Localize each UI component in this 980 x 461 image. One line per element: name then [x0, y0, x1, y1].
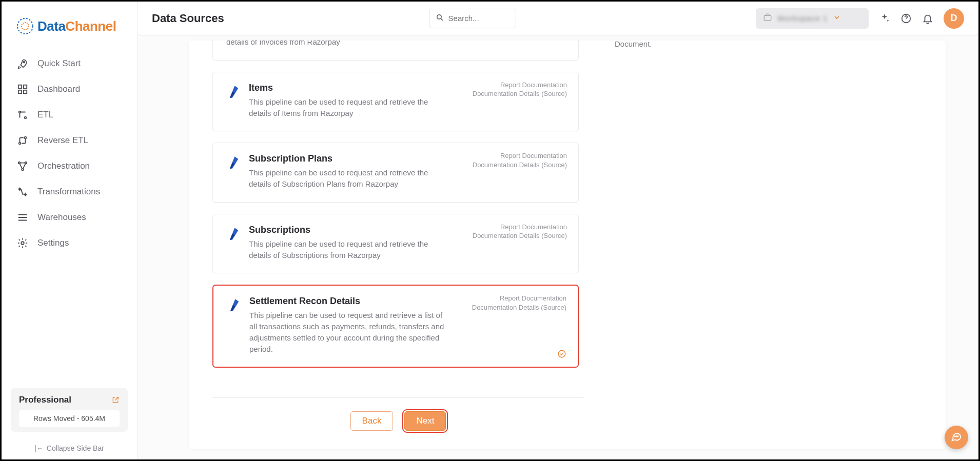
search-box[interactable] — [429, 9, 516, 28]
sidebar-item-quick-start[interactable]: Quick Start — [7, 51, 132, 76]
report-doc-link[interactable]: Report Documentation — [473, 151, 567, 161]
warehouse-icon — [17, 212, 28, 223]
pipeline-card-subscription-plans[interactable]: Subscription Plans This pipeline can be … — [212, 143, 579, 203]
chat-icon — [951, 431, 962, 444]
chevron-down-icon — [833, 13, 841, 23]
pipeline-card-settlement-recon[interactable]: Settlement Recon Details This pipeline c… — [212, 285, 579, 368]
back-button[interactable]: Back — [350, 411, 394, 431]
collapse-icon: |← — [34, 444, 44, 452]
svg-point-18 — [558, 351, 565, 358]
sidebar-item-label: Transformations — [37, 187, 100, 197]
sidebar-item-label: Warehouses — [37, 212, 86, 223]
svg-rect-6 — [24, 90, 27, 93]
search-icon — [436, 13, 444, 24]
pipeline-card[interactable]: details of Invoices from Razorpay — [212, 41, 579, 61]
svg-rect-4 — [24, 85, 27, 88]
report-doc-link[interactable]: Report Documentation — [473, 81, 567, 90]
collapse-label: Collapse Side Bar — [47, 444, 104, 452]
sidebar-item-label: ETL — [37, 110, 53, 120]
workspace-selector[interactable]: Workspace 1 — [756, 8, 869, 29]
sidebar-item-etl[interactable]: ETL — [7, 102, 132, 128]
reverse-etl-icon — [17, 135, 28, 146]
bell-icon[interactable] — [922, 13, 933, 24]
sparkle-icon[interactable] — [879, 13, 890, 24]
svg-point-0 — [17, 18, 33, 34]
chat-bubble[interactable] — [945, 426, 968, 449]
sidebar-item-reverse-etl[interactable]: Reverse ETL — [7, 128, 132, 153]
brand-text: DataChannel — [37, 18, 116, 34]
svg-point-12 — [25, 162, 27, 164]
sidebar-item-label: Quick Start — [37, 58, 81, 69]
topbar: Data Sources Workspace 1 D — [138, 2, 978, 35]
pipeline-card-items[interactable]: Items This pipeline can be used to reque… — [212, 72, 579, 132]
etl-icon — [17, 109, 28, 121]
svg-point-13 — [22, 169, 24, 171]
pipeline-desc: This pipeline can be used to request and… — [249, 96, 444, 119]
side-note: Document. — [599, 39, 946, 449]
pipeline-desc: This pipeline can be used to request and… — [249, 238, 444, 261]
external-link-icon[interactable] — [111, 396, 120, 404]
help-icon[interactable] — [900, 13, 912, 24]
sidebar: DataChannel Quick Start Dashboard ETL Re… — [2, 2, 138, 459]
transformations-icon — [17, 186, 28, 197]
sidebar-item-orchestration[interactable]: Orchestration — [7, 153, 132, 179]
sidebar-item-label: Orchestration — [37, 161, 90, 171]
plan-title: Professional — [19, 395, 71, 405]
razorpay-icon — [226, 85, 241, 99]
svg-point-1 — [22, 23, 29, 30]
svg-point-8 — [25, 117, 27, 119]
svg-rect-5 — [18, 90, 22, 93]
pipeline-list[interactable]: details of Invoices from Razorpay Items … — [212, 41, 584, 392]
brand-logo[interactable]: DataChannel — [2, 12, 137, 51]
user-avatar[interactable]: D — [944, 8, 964, 29]
svg-point-10 — [25, 137, 27, 139]
sidebar-item-label: Settings — [37, 238, 69, 248]
check-circle-icon — [557, 349, 566, 358]
sidebar-item-transformations[interactable]: Transformations — [7, 179, 132, 205]
plan-rows-moved: Rows Moved - 605.4M — [19, 410, 120, 427]
page-title: Data Sources — [152, 12, 244, 25]
doc-details-link[interactable]: Documentation Details (Source) — [473, 231, 567, 240]
pipeline-desc: details of Invoices from Razorpay — [226, 41, 421, 48]
sidebar-item-label: Reverse ETL — [37, 135, 88, 146]
svg-point-2 — [23, 62, 25, 63]
search-input[interactable] — [448, 14, 509, 23]
report-doc-link[interactable]: Report Documentation — [472, 294, 566, 303]
svg-point-15 — [437, 14, 441, 18]
svg-point-9 — [19, 143, 21, 145]
doc-details-link[interactable]: Documentation Details (Source) — [472, 303, 566, 312]
rocket-icon — [17, 58, 28, 69]
workspace-name: Workspace 1 — [777, 14, 828, 23]
sidebar-item-settings[interactable]: Settings — [7, 230, 132, 256]
grid-icon — [17, 84, 28, 95]
doc-details-link[interactable]: Documentation Details (Source) — [473, 161, 567, 170]
svg-point-20 — [956, 436, 957, 437]
razorpay-icon — [226, 227, 241, 241]
svg-point-21 — [957, 436, 958, 437]
main-nav: Quick Start Dashboard ETL Reverse ETL Or… — [2, 51, 137, 383]
pipeline-card-subscriptions[interactable]: Subscriptions This pipeline can be used … — [212, 214, 579, 274]
svg-rect-3 — [18, 85, 22, 88]
svg-point-11 — [18, 162, 21, 164]
briefcase-icon — [763, 13, 772, 24]
svg-point-7 — [19, 111, 21, 113]
report-doc-link[interactable]: Report Documentation — [473, 223, 567, 232]
doc-details-link[interactable]: Documentation Details (Source) — [473, 89, 567, 98]
svg-rect-16 — [764, 15, 771, 21]
pipeline-desc: This pipeline can be used to request and… — [249, 167, 444, 190]
svg-point-14 — [21, 242, 24, 245]
collapse-sidebar[interactable]: |← Collapse Side Bar — [2, 437, 137, 454]
logo-icon — [16, 17, 34, 35]
divider — [212, 397, 584, 398]
pipeline-desc: This pipeline can be used to request and… — [249, 310, 444, 354]
content-panel: details of Invoices from Razorpay Items … — [189, 41, 946, 449]
razorpay-icon — [226, 155, 241, 170]
sidebar-item-dashboard[interactable]: Dashboard — [7, 76, 132, 102]
orchestration-icon — [17, 161, 28, 172]
next-button[interactable]: Next — [404, 411, 446, 431]
gear-icon — [17, 237, 28, 249]
razorpay-icon — [227, 298, 241, 312]
svg-point-19 — [954, 436, 955, 437]
sidebar-item-warehouses[interactable]: Warehouses — [7, 205, 132, 230]
sidebar-item-label: Dashboard — [37, 84, 80, 94]
